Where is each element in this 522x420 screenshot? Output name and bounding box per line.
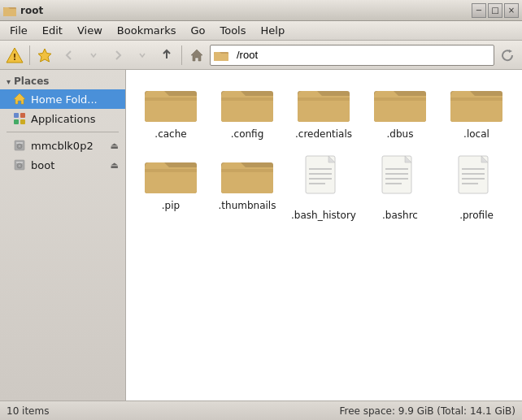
items-count: 10 items [7,405,49,417]
menu-help[interactable]: Help [254,23,292,38]
location-input[interactable] [232,45,490,66]
sidebar-label-mmcblk: mmcblk0p2 [31,140,94,152]
menu-file[interactable]: File [3,23,34,38]
forward-button[interactable] [107,44,129,67]
svg-rect-35 [450,97,502,101]
svg-rect-14 [16,142,23,144]
sidebar-item-mmcblk[interactable]: mmcblk0p2 ⏏ [0,136,125,155]
bookmark-button[interactable] [33,44,56,67]
home-nav-button[interactable] [185,44,208,67]
svg-rect-26 [221,97,273,101]
svg-rect-38 [145,169,197,172]
file-item-profile[interactable]: .profile [440,149,513,227]
file-label-thumbnails: .thumbnails [219,200,276,213]
file-label-credentials: .credentials [295,128,352,141]
svg-rect-29 [298,97,350,101]
file-area: .cache .config .credentials [126,70,522,401]
location-bar-container [210,45,494,66]
window-title: root [20,5,43,16]
eject-icon-boot[interactable]: ⏏ [111,160,119,171]
sidebar-section-label: Places [14,76,49,87]
back-button[interactable] [58,44,80,67]
drive-icon-boot [13,158,26,171]
sidebar-label-applications: Applications [31,113,95,125]
menubar: File Edit View Bookmarks Go Tools Help [0,21,522,41]
sidebar-label-boot: boot [31,159,54,171]
file-item-dbus[interactable]: .dbus [363,78,437,146]
warning-button[interactable]: ! [3,44,26,67]
up-button[interactable] [155,44,178,67]
folder-icon-local [450,83,502,125]
file-item-local[interactable]: .local [440,78,513,146]
places-arrow: ▾ [7,77,11,86]
sidebar-item-home[interactable]: Home Fold... [0,89,125,109]
svg-rect-18 [16,162,23,163]
file-label-profile: .profile [459,210,494,223]
menu-bookmarks[interactable]: Bookmarks [111,23,183,38]
menu-edit[interactable]: Edit [36,23,69,38]
file-grid: .cache .config .credentials [134,78,514,227]
file-item-config[interactable]: .config [211,78,284,146]
svg-rect-7 [214,54,228,61]
toolbar: ! [0,41,522,70]
doc-icon-profile [455,154,498,206]
bookmark-icon [37,47,53,63]
menu-view[interactable]: View [71,23,109,38]
statusbar: 10 items Free space: 9.9 GiB (Total: 14.… [0,401,522,420]
toolbar-sep-1 [29,45,30,65]
file-item-thumbnails[interactable]: .thumbnails [211,149,284,227]
sidebar: ▾ Places Home Fold... Applications [0,70,126,401]
svg-rect-2 [3,9,16,16]
sidebar-item-applications[interactable]: Applications [0,109,125,128]
svg-point-20 [19,165,20,167]
home-nav-icon [189,48,204,63]
sidebar-section-places[interactable]: ▾ Places [0,73,125,89]
svg-rect-28 [298,97,350,122]
back-dropdown[interactable] [82,44,105,67]
window-icon [3,4,16,17]
svg-rect-9 [14,113,19,118]
reload-button[interactable] [496,44,519,67]
svg-rect-34 [450,97,502,122]
svg-rect-23 [145,97,197,101]
folder-icon-credentials [298,83,350,125]
toolbar-sep-2 [181,45,182,65]
close-button[interactable]: × [504,3,519,18]
minimize-button[interactable]: − [472,3,486,18]
svg-rect-37 [145,169,197,193]
menu-tools[interactable]: Tools [213,23,252,38]
file-item-cache[interactable]: .cache [134,78,207,146]
forward-dropdown-icon [138,51,146,59]
sidebar-item-boot[interactable]: boot ⏏ [0,155,125,175]
svg-rect-32 [374,97,426,101]
file-label-bash-history: .bash_history [291,210,356,223]
reload-icon [501,49,514,62]
eject-icon-mmcblk[interactable]: ⏏ [111,141,119,151]
drive-icon-mmcblk [13,139,26,152]
sidebar-divider-1 [7,132,119,132]
up-icon [160,49,173,62]
folder-icon-cache [145,83,197,125]
maximize-button[interactable]: □ [488,3,502,18]
file-label-bashrc: .bashrc [382,210,418,223]
file-label-local: .local [463,128,489,141]
file-item-credentials[interactable]: .credentials [287,78,360,146]
svg-rect-25 [221,97,273,122]
svg-point-16 [19,145,20,147]
folder-icon-config [221,83,273,125]
titlebar-left: root [3,4,43,17]
file-label-dbus: .dbus [387,128,414,141]
doc-icon-bashrc [379,154,421,206]
svg-text:!: ! [12,52,16,63]
svg-rect-12 [20,119,25,124]
forward-icon [111,49,124,62]
file-label-config: .config [231,128,264,141]
doc-icon-bash-history [302,154,345,206]
svg-marker-8 [509,50,512,53]
file-item-pip[interactable]: .pip [134,149,207,227]
file-item-bash-history[interactable]: .bash_history [287,149,360,227]
file-item-bashrc[interactable]: .bashrc [363,149,437,227]
titlebar-buttons: − □ × [472,3,519,18]
forward-dropdown[interactable] [131,44,154,67]
menu-go[interactable]: Go [184,23,211,38]
